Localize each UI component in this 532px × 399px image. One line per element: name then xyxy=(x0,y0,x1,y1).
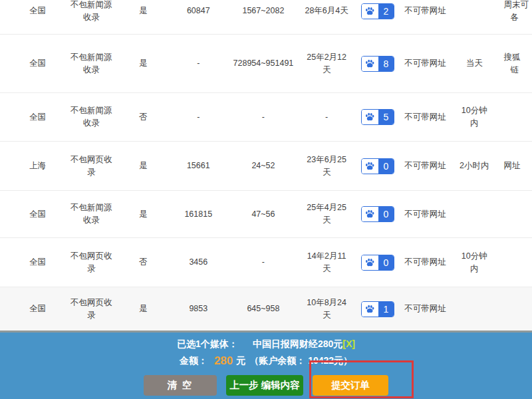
cell-text: - xyxy=(325,111,328,124)
cell-text: 3456 xyxy=(189,256,207,269)
order-footer-bar: 已选1个媒体： 中国日报网财经280元[X] 金额： 280 元 （账户余额： … xyxy=(0,331,532,399)
cell-text: 10年8月24 xyxy=(307,297,346,309)
paw-count: 0 xyxy=(378,255,394,270)
cell-flag: 是 xyxy=(120,287,166,331)
cell-text: 是 xyxy=(139,303,148,315)
remove-media-link[interactable]: [X] xyxy=(342,338,355,349)
cell-text: 链 xyxy=(504,64,519,76)
cell-weight: - xyxy=(166,35,231,92)
cell-text: 内 xyxy=(470,263,479,275)
cell-text: 不可带网址 xyxy=(404,160,446,172)
baidu-paw-badge: 0 xyxy=(361,255,394,271)
cell-region: 全国 xyxy=(0,35,62,92)
cell-flag: 是 xyxy=(120,35,166,92)
cell-text: - xyxy=(197,111,200,124)
cell-url-policy: 不可带网址 xyxy=(398,287,453,331)
cell-text: 23年6月25 xyxy=(307,154,346,166)
cell-region: 全国 xyxy=(0,191,62,237)
cell-text: 当天 xyxy=(466,57,483,70)
media-table: 全国 不包新闻源收录 是 60847 1567~2082 28年6月4天 2 xyxy=(0,0,532,331)
table-row[interactable]: 全国 不包网页收录 否 3456 - 14年2月11天 0 不可带网址 xyxy=(0,238,532,287)
cell-weight: 60847 xyxy=(166,0,231,28)
cell-site-age: 10年8月24天 xyxy=(296,287,358,331)
amount-label: 金额： xyxy=(180,355,207,367)
cell-inclusion-type: 不包网页收录 xyxy=(62,287,120,331)
selected-media-item: 中国日报网财经280元[X] xyxy=(253,338,355,350)
table-row[interactable]: 全国 不包新闻源收录 是 161815 47~56 25年4月25天 0 不可 xyxy=(0,191,532,238)
cell-text: 不包新闻源 xyxy=(70,104,112,117)
cell-text: 天 xyxy=(323,64,331,76)
baidu-paw-badge: 0 xyxy=(361,158,394,174)
cell-weight: - xyxy=(166,93,231,141)
cell-text: 全国 xyxy=(29,303,46,315)
cell-inclusion-type: 不包新闻源收录 xyxy=(62,191,120,237)
baidu-paw-badge: 2 xyxy=(361,3,394,19)
baidu-paw-icon xyxy=(362,302,378,317)
cell-text: 录 xyxy=(87,263,96,275)
cell-site-age: 25年4月25天 xyxy=(296,191,358,237)
cell-text: 收录 xyxy=(83,64,100,76)
cell-text: 是 xyxy=(139,160,148,172)
table-row[interactable]: 全国 不包新闻源收录 是 60847 1567~2082 28年6月4天 2 xyxy=(0,0,532,35)
table-row[interactable]: 全国 不包网页收录 是 9853 645~958 10年8月24天 1 不可带 xyxy=(0,287,532,331)
cell-flag: 否 xyxy=(120,93,166,141)
cell-note xyxy=(496,191,532,237)
cell-text: 10分钟 xyxy=(462,250,487,263)
amount-value: 280 xyxy=(214,354,233,368)
cell-text: 645~958 xyxy=(247,303,279,315)
cell-text: 全国 xyxy=(29,111,46,124)
baidu-paw-icon xyxy=(362,255,378,270)
cell-text: 10分钟 xyxy=(462,104,487,117)
baidu-paw-icon xyxy=(362,110,378,124)
cell-text: 28年6月4天 xyxy=(305,5,348,17)
table-row[interactable]: 全国 不包新闻源收录 是 - 728954~951491 25年2月12天 8 xyxy=(0,35,532,93)
cell-inclusion-type: 不包新闻源收录 xyxy=(62,93,120,141)
cell-collect-range: 47~56 xyxy=(231,191,296,237)
cell-flag: 否 xyxy=(120,238,166,287)
cell-text: 14年2月11 xyxy=(307,250,346,263)
cell-publish-time: 10分钟内 xyxy=(453,238,495,287)
paw-count: 8 xyxy=(378,57,394,71)
cell-weight: 9853 xyxy=(166,287,231,331)
cell-site-age: 23年6月25天 xyxy=(296,142,358,190)
cell-text: 9853 xyxy=(189,303,207,315)
clear-button[interactable]: 清 空 xyxy=(144,375,217,396)
cell-publish-time xyxy=(453,191,495,237)
baidu-paw-icon xyxy=(362,159,378,174)
cell-url-policy: 不可带网址 xyxy=(398,238,453,287)
cell-site-age: - xyxy=(296,93,358,141)
cell-site-age: 14年2月11天 xyxy=(296,238,358,287)
cell-text: 收录 xyxy=(83,11,100,24)
cell-inclusion-type: 不包网页收录 xyxy=(62,238,120,287)
cell-text: 不包新闻源 xyxy=(70,51,112,64)
cell-region: 全国 xyxy=(0,238,62,287)
cell-text: 上海 xyxy=(29,160,46,172)
cell-text: 内 xyxy=(470,117,479,130)
cell-collect-range: - xyxy=(231,93,296,141)
cell-text: 是 xyxy=(139,5,148,17)
cell-text: 搜狐 xyxy=(504,51,521,64)
cell-baidu-weight: 5 xyxy=(358,93,398,141)
cell-publish-time xyxy=(453,287,495,331)
cell-weight: 161815 xyxy=(166,191,231,237)
baidu-paw-icon xyxy=(362,207,378,221)
cell-text: 不包新闻源 xyxy=(70,0,112,11)
cell-flag: 是 xyxy=(120,191,166,237)
cell-note xyxy=(496,93,532,141)
table-row[interactable]: 全国 不包新闻源收录 否 - - - 5 不可带网址 10分钟内 xyxy=(0,93,532,142)
cell-site-age: 28年6月4天 xyxy=(296,0,358,28)
prev-step-button[interactable]: 上一步 编辑内容 xyxy=(226,375,303,396)
cell-text: 否 xyxy=(139,256,148,269)
cell-text: 60847 xyxy=(187,5,210,17)
cell-text: 不可带网址 xyxy=(404,57,446,70)
cell-text: 网址 xyxy=(504,160,521,172)
table-row[interactable]: 上海 不包网页收录 是 15661 24~52 23年6月25天 0 不可带网 xyxy=(0,142,532,191)
cell-text: 25年2月12 xyxy=(307,51,346,64)
baidu-paw-badge: 0 xyxy=(361,206,394,222)
cell-text: 是 xyxy=(139,208,148,221)
cell-text: 不可带网址 xyxy=(404,256,446,269)
cell-note xyxy=(496,287,532,331)
baidu-paw-badge: 8 xyxy=(361,56,394,72)
media-order-page: 全国 不包新闻源收录 是 60847 1567~2082 28年6月4天 2 xyxy=(0,0,532,399)
submit-order-button[interactable]: 提交订单 xyxy=(313,375,388,396)
